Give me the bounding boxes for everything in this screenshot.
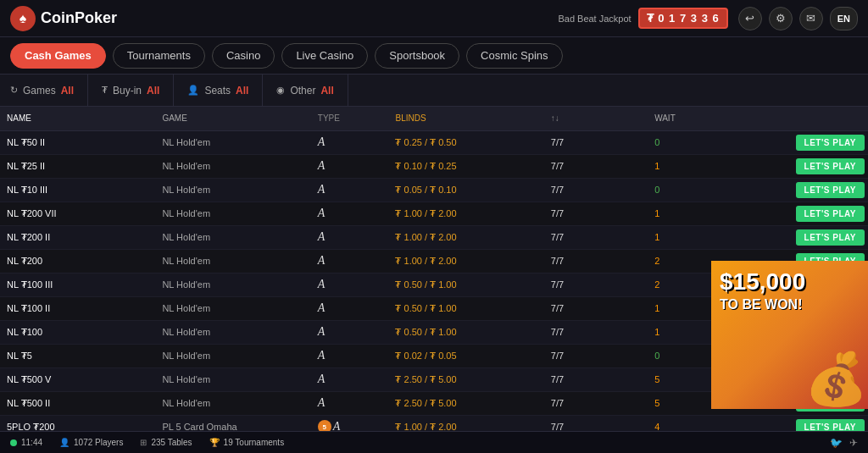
cell-action: LET'S PLAY [726,130,868,154]
tables-icon: ⊞ [140,438,147,447]
col-header-seats: ↑↓ [544,107,648,130]
lets-play-button[interactable]: LET'S PLAY [796,182,865,198]
col-header-type: TYPE [311,107,389,130]
type-indicator: A [318,159,326,172]
filter-buyin-value: All [147,85,159,97]
online-indicator [10,439,17,446]
language-button[interactable]: EN [830,7,858,30]
main-nav: Cash Games Tournaments Casino Live Casin… [0,37,868,75]
cell-game: NL Hold'em [155,344,310,367]
cell-seats: 7/7 [544,273,648,296]
nav-live-casino[interactable]: Live Casino [281,43,368,69]
col-header-action [726,107,868,130]
filter-seats-value: All [236,85,248,97]
nav-sportsbook[interactable]: Sportsbook [375,43,459,69]
cell-seats: 7/7 [544,249,648,273]
col-header-wait: WAIT [648,107,726,130]
cell-game: NL Hold'em [155,130,310,154]
filter-buyin[interactable]: ₮ Buy-in All [88,75,174,106]
cell-blinds: ₮ 0.50 / ₮ 1.00 [388,320,543,344]
header-icons: ↩ ⚙ ✉ EN [738,7,858,30]
nav-cash-games[interactable]: Cash Games [10,43,106,69]
filter-other-label: Other [290,85,315,97]
telegram-icon[interactable]: ✈ [849,437,858,449]
col-header-game: GAME [155,107,310,130]
twitter-icon[interactable]: 🐦 [830,437,843,449]
cell-game: NL Hold'em [155,296,310,320]
cell-blinds: ₮ 0.50 / ₮ 1.00 [388,273,543,296]
cell-game: NL Hold'em [155,367,310,391]
cell-type: A [311,202,389,225]
promo-subtitle: TO BE WON! [711,297,868,312]
cell-blinds: ₮ 2.50 / ₮ 5.00 [388,391,543,415]
cell-name: 5PLO ₮200 [0,415,155,431]
cell-game: NL Hold'em [155,154,310,178]
type-indicator: A [318,230,326,243]
cell-name: NL ₮5 [0,344,155,367]
cell-action: LET'S PLAY [726,202,868,225]
table-row: 5PLO ₮200 PL 5 Card Omaha 5A ₮ 1.00 / ₮ … [0,415,868,431]
cell-type: A [311,130,389,154]
cell-blinds: ₮ 0.05 / ₮ 0.10 [388,178,543,202]
type-indicator: A [318,135,326,148]
cell-seats: 7/7 [544,178,648,202]
cell-name: NL ₮50 II [0,130,155,154]
cell-blinds: ₮ 2.50 / ₮ 5.00 [388,367,543,391]
cell-game: NL Hold'em [155,225,310,249]
lets-play-button[interactable]: LET'S PLAY [796,158,865,174]
filter-buyin-label: Buy-in [113,85,142,97]
cell-blinds: ₮ 0.10 / ₮ 0.25 [388,154,543,178]
header: ♠ CoinPoker Bad Beat Jackpot ₮ 0 1 7 3 3… [0,0,868,37]
status-players: 👤 1072 Players [59,438,123,447]
filter-seats[interactable]: 👤 Seats All [174,75,263,106]
cell-seats: 7/7 [544,344,648,367]
current-time: 11:44 [21,438,42,447]
type-indicator: A [318,396,326,409]
cell-seats: 7/7 [544,154,648,178]
nav-tournaments[interactable]: Tournaments [113,43,205,69]
col-header-name: NAME [0,107,155,130]
lets-play-button[interactable]: LET'S PLAY [796,229,865,246]
promo-banner[interactable]: $15,000 TO BE WON! 💰 [711,261,868,409]
cell-wait: 1 [648,154,726,178]
bad-beat-value: ₮ 0 1 7 3 3 6 [638,8,728,29]
nav-cosmic-spins[interactable]: Cosmic Spins [466,43,562,69]
cell-seats: 7/7 [544,130,648,154]
status-time: 11:44 [10,438,42,447]
cell-seats: 7/7 [544,320,648,344]
wallet-icon[interactable]: ↩ [738,7,762,30]
cell-seats: 7/7 [544,391,648,415]
refresh-icon: ↻ [10,85,18,96]
filter-other[interactable]: ◉ Other All [263,75,348,106]
cell-game: NL Hold'em [155,202,310,225]
filter-other-value: All [320,85,333,97]
cell-name: NL ₮500 II [0,391,155,415]
lets-play-button[interactable]: LET'S PLAY [796,419,865,432]
cell-name: NL ₮100 III [0,273,155,296]
cell-type: A [311,320,389,344]
type-indicator: A [318,278,326,290]
cell-blinds: ₮ 0.02 / ₮ 0.05 [388,344,543,367]
table-row: NL ₮10 III NL Hold'em A ₮ 0.05 / ₮ 0.10 … [0,178,868,202]
cell-type: A [311,249,389,273]
settings-icon[interactable]: ⚙ [769,7,793,30]
cell-type: A [311,344,389,367]
cell-seats: 7/7 [544,225,648,249]
cell-name: NL ₮200 VII [0,202,155,225]
cell-blinds: ₮ 1.00 / ₮ 2.00 [388,225,543,249]
type-indicator: A [318,301,326,314]
players-count: 1072 Players [74,438,123,447]
social-icons: 🐦 ✈ [830,437,858,449]
table-row: NL ₮200 II NL Hold'em A ₮ 1.00 / ₮ 2.00 … [0,225,868,249]
mail-icon[interactable]: ✉ [799,7,823,30]
lets-play-button[interactable]: LET'S PLAY [796,135,865,151]
cell-blinds: ₮ 0.25 / ₮ 0.50 [388,130,543,154]
cell-action: LET'S PLAY [726,225,868,249]
cell-action: LET'S PLAY [726,178,868,202]
nav-casino[interactable]: Casino [212,43,275,69]
table-header-row: NAME GAME TYPE BLINDS ↑↓ WAIT [0,107,868,130]
logo-text: CoinPoker [41,9,117,27]
lets-play-button[interactable]: LET'S PLAY [796,206,865,222]
cell-type: A [311,391,389,415]
filter-games[interactable]: ↻ Games All [10,75,88,106]
